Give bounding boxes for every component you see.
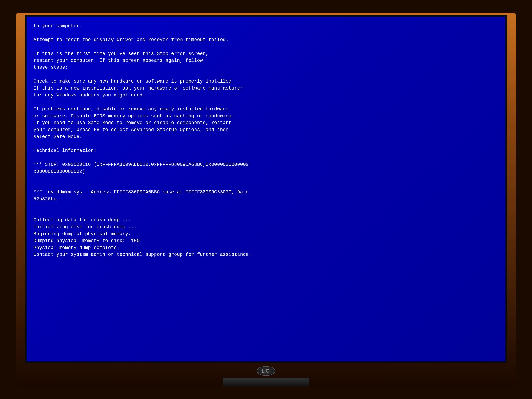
monitor-stand (222, 378, 310, 386)
screen-bezel: to your computer. Attempt to reset the d… (25, 15, 507, 363)
monitor-frame: to your computer. Attempt to reset the d… (16, 13, 516, 386)
lg-logo: LG (257, 366, 275, 376)
bsod-text: to your computer. Attempt to reset the d… (33, 23, 499, 258)
bsod-screen: to your computer. Attempt to reset the d… (26, 17, 506, 361)
monitor-bottom: LG (25, 364, 507, 377)
